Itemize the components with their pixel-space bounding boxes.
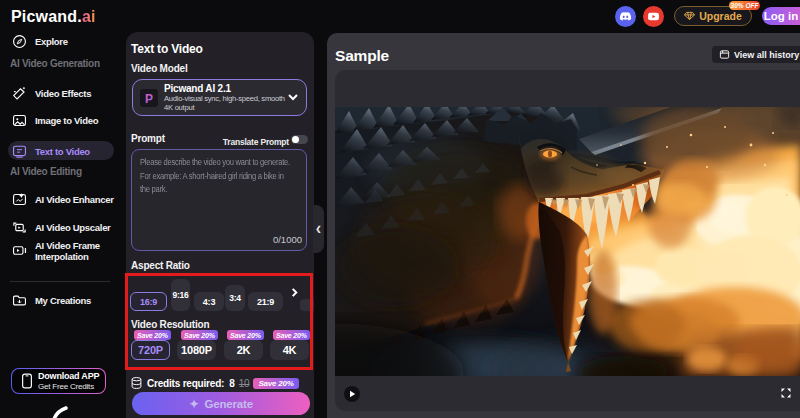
svg-text:P: P <box>145 91 153 105</box>
